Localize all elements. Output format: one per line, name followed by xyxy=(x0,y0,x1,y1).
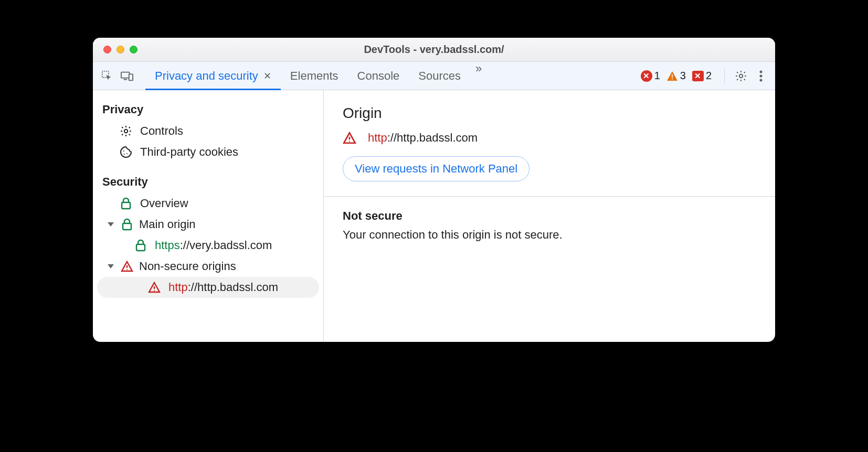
not-secure-title: Not secure xyxy=(343,209,756,223)
sidebar-item-controls[interactable]: Controls xyxy=(93,121,323,142)
warning-count: 3 xyxy=(680,70,686,82)
origin-url: http://http.badssl.com xyxy=(368,131,478,145)
svg-point-18 xyxy=(126,269,128,270)
chevron-down-icon xyxy=(108,264,114,268)
warning-triangle-icon xyxy=(343,131,356,145)
sidebar-item-label: Third-party cookies xyxy=(140,145,238,159)
privacy-heading: Privacy xyxy=(93,100,323,121)
lock-icon xyxy=(119,197,133,210)
sidebar-item-nonsecure-origins[interactable]: Non-secure origins xyxy=(93,256,323,277)
cookie-icon xyxy=(119,145,133,159)
sidebar-item-label: Overview xyxy=(140,197,188,210)
inspect-element-icon[interactable] xyxy=(99,68,115,84)
settings-gear-icon[interactable] xyxy=(733,68,749,84)
message-icon: ✕ xyxy=(692,71,704,81)
issue-counters: ✕ 1 3 ✕ 2 xyxy=(641,70,716,82)
not-secure-body: Your connection to this origin is not se… xyxy=(343,228,756,242)
toolbar-divider xyxy=(724,68,725,84)
sidebar-item-label: Main origin xyxy=(139,218,196,231)
message-counter[interactable]: ✕ 2 xyxy=(692,70,712,82)
error-count: 1 xyxy=(654,70,660,82)
origin-url: https://very.badssl.com xyxy=(155,239,272,252)
tab-label: Privacy and security xyxy=(155,69,258,83)
svg-point-6 xyxy=(739,74,743,77)
devtools-window: DevTools - very.badssl.com/ Privacy and … xyxy=(93,38,775,342)
svg-rect-4 xyxy=(672,74,673,77)
svg-rect-15 xyxy=(123,223,131,230)
svg-point-7 xyxy=(760,70,763,73)
section-divider xyxy=(324,196,775,197)
tab-sources[interactable]: Sources xyxy=(409,62,470,90)
lock-icon xyxy=(120,218,134,231)
tab-label: Sources xyxy=(418,69,461,83)
svg-point-10 xyxy=(124,130,128,133)
security-heading: Security xyxy=(93,172,323,193)
sidebar-item-nonsecure-url[interactable]: http://http.badssl.com xyxy=(97,277,319,298)
error-counter[interactable]: ✕ 1 xyxy=(641,70,660,82)
tab-strip: Privacy and security ✕ Elements Console … xyxy=(145,62,487,90)
origin-detail-panel: Origin http://http.badssl.com View reque… xyxy=(324,90,775,342)
device-toggle-icon[interactable] xyxy=(119,68,135,84)
sidebar-item-main-origin-url[interactable]: https://very.badssl.com xyxy=(93,235,323,256)
tab-label: Console xyxy=(357,69,400,83)
svg-rect-14 xyxy=(122,202,130,209)
sidebar-item-label: Non-secure origins xyxy=(139,260,236,273)
warning-icon xyxy=(666,71,678,81)
svg-point-20 xyxy=(154,290,155,291)
tab-label: Elements xyxy=(290,69,338,83)
origin-url-line: http://http.badssl.com xyxy=(343,131,756,145)
window-title: DevTools - very.badssl.com/ xyxy=(364,44,504,56)
sidebar-item-overview[interactable]: Overview xyxy=(93,193,323,214)
devtools-toolbar: Privacy and security ✕ Elements Console … xyxy=(93,62,775,90)
sidebar-item-label: Controls xyxy=(140,124,183,138)
svg-point-11 xyxy=(123,150,124,152)
tab-elements[interactable]: Elements xyxy=(281,62,348,90)
kebab-menu-icon[interactable] xyxy=(753,68,769,84)
svg-rect-3 xyxy=(129,74,133,80)
security-sidebar: Privacy Controls Third-party cookies Sec… xyxy=(93,90,324,342)
error-icon: ✕ xyxy=(641,70,652,82)
tab-privacy-security[interactable]: Privacy and security ✕ xyxy=(145,62,281,90)
svg-rect-5 xyxy=(672,78,673,79)
svg-rect-16 xyxy=(136,244,145,251)
close-window-button[interactable] xyxy=(103,46,111,53)
sidebar-item-main-origin[interactable]: Main origin xyxy=(93,214,323,235)
sidebar-item-third-party-cookies[interactable]: Third-party cookies xyxy=(93,142,323,163)
svg-point-12 xyxy=(126,153,128,154)
traffic-lights xyxy=(93,46,137,53)
zoom-window-button[interactable] xyxy=(130,46,137,53)
warning-counter[interactable]: 3 xyxy=(666,70,686,82)
svg-point-13 xyxy=(124,154,125,155)
origin-url: http://http.badssl.com xyxy=(168,281,278,294)
origin-heading: Origin xyxy=(343,105,756,122)
view-requests-button[interactable]: View requests in Network Panel xyxy=(343,156,530,181)
lock-icon xyxy=(134,239,147,252)
tab-console[interactable]: Console xyxy=(348,62,409,90)
content-area: Privacy Controls Third-party cookies Sec… xyxy=(93,90,775,342)
svg-rect-1 xyxy=(121,72,130,78)
close-tab-icon[interactable]: ✕ xyxy=(263,70,271,82)
warning-triangle-icon xyxy=(147,281,161,294)
window-titlebar: DevTools - very.badssl.com/ xyxy=(93,38,775,62)
gear-icon xyxy=(119,124,133,138)
chevron-down-icon xyxy=(108,222,114,227)
tabs-overflow-icon[interactable]: » xyxy=(470,62,487,90)
svg-point-22 xyxy=(349,141,350,142)
svg-point-8 xyxy=(760,74,763,77)
message-count: 2 xyxy=(706,70,712,82)
warning-triangle-icon xyxy=(120,260,134,273)
minimize-window-button[interactable] xyxy=(117,46,124,53)
svg-point-9 xyxy=(760,79,763,81)
